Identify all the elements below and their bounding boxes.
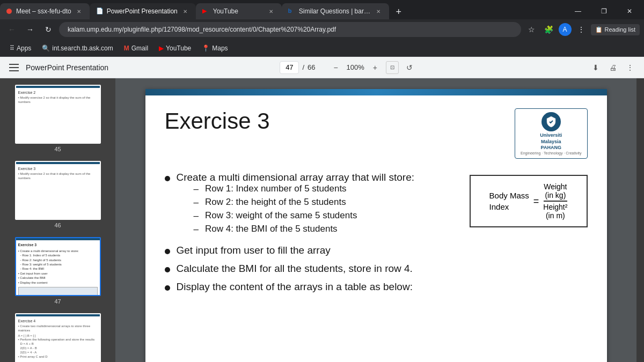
- sub-bullet-1-4-text: Row 4: the BMI of the 5 students: [205, 224, 338, 234]
- bmi-fraction: Weight (in kg) Height² (in m): [543, 182, 567, 220]
- browser-window: Meet – ssx-fefu-dto ✕ 📄 PowerPoint Prese…: [0, 0, 644, 362]
- bullet-3: Calculate the BMI for all the students, …: [165, 263, 588, 275]
- bookmarks-bar: ⠿ Apps 🔍 int.search.tb.ask.com M Gmail ▶…: [0, 40, 644, 57]
- thumbnail-47[interactable]: Exercise 3 • Create a multi dimensional …: [15, 237, 101, 305]
- bullet-2-text: Get input from user to fill the array: [177, 245, 331, 256]
- bmi-formula-box: Body Mass Index = Weight (in kg) He: [470, 175, 588, 227]
- download-button[interactable]: ⬇: [588, 60, 603, 75]
- tab-powerpoint[interactable]: 📄 PowerPoint Presentation ✕: [90, 3, 196, 19]
- tab-youtube-title: YouTube: [213, 8, 264, 15]
- bullet-1-text: Create a multi dimensional array array t…: [177, 172, 415, 183]
- new-tab-button[interactable]: +: [391, 4, 406, 19]
- tab-meet[interactable]: Meet – ssx-fefu-dto ✕: [0, 3, 90, 19]
- page-separator: /: [302, 63, 304, 71]
- youtube-icon: ▶: [159, 45, 164, 52]
- reading-list-button[interactable]: 📋 Reading list: [591, 24, 640, 35]
- thumb-num-47: 47: [54, 298, 61, 305]
- ump-logo-sub: Engineering · Technology · Creativity: [521, 151, 582, 155]
- tab-bar: Meet – ssx-fefu-dto ✕ 📄 PowerPoint Prese…: [0, 0, 644, 19]
- refresh-button[interactable]: ↻: [41, 22, 56, 37]
- tab-youtube[interactable]: ▶ YouTube ✕: [196, 3, 282, 19]
- settings-icon[interactable]: ⋮: [574, 22, 589, 37]
- pdf-page-controls: / 66: [280, 61, 315, 74]
- tab-bartleby-close[interactable]: ✕: [374, 7, 383, 16]
- bullet-3-text: Calculate the BMI for all the students, …: [177, 263, 413, 275]
- sub-bullet-1-1: – Row 1: Index number of 5 students: [194, 183, 415, 195]
- sub-bullet-1-4: – Row 4: the BMI of the 5 students: [194, 224, 415, 235]
- gmail-icon: M: [124, 45, 129, 52]
- bookmark-maps[interactable]: 📍 Maps: [197, 43, 232, 53]
- bmi-label-2: Index: [489, 202, 509, 211]
- bookmark-youtube-label: YouTube: [166, 45, 191, 52]
- bmi-equals: =: [533, 196, 539, 207]
- pdf-title: PowerPoint Presentation: [26, 63, 108, 72]
- print-button[interactable]: 🖨: [605, 60, 620, 75]
- meet-favicon: [6, 9, 12, 14]
- rotate-button[interactable]: ↺: [402, 60, 417, 75]
- bullet-4-text: Display the content of the arrays in a t…: [177, 281, 413, 293]
- zoom-out-button[interactable]: −: [328, 60, 343, 75]
- tab-bartleby-title: Similar Questions | bartleby: [299, 8, 371, 15]
- ump-logo-icon: [541, 112, 561, 131]
- bookmark-maps-label: Maps: [212, 45, 228, 52]
- page-number-input[interactable]: [280, 61, 299, 74]
- slide-header-bar: [145, 89, 607, 95]
- profile-icon[interactable]: A: [559, 23, 572, 36]
- pdf-content-area: Exercise 3 Universiti Malaysia: [115, 78, 636, 362]
- thumbnail-45[interactable]: Exercise 2 • Modify exercise 2 so that i…: [15, 85, 101, 152]
- forward-button[interactable]: →: [23, 22, 38, 37]
- total-pages: 66: [308, 63, 315, 71]
- tab-powerpoint-close[interactable]: ✕: [181, 7, 189, 16]
- sidebar-toggle-button[interactable]: [6, 60, 21, 75]
- bookmark-search-label: int.search.tb.ask.com: [52, 45, 113, 52]
- ump-logo-text: Universiti Malaysia PAHANG: [540, 132, 562, 151]
- sub-bullet-1-2: – Row 2: the height of the 5 students: [194, 197, 415, 208]
- back-button[interactable]: ←: [4, 22, 19, 37]
- bookmark-apps-label: Apps: [17, 45, 31, 52]
- hamburger-line-3: [9, 70, 19, 71]
- more-options-button[interactable]: ⋮: [623, 60, 638, 75]
- close-button[interactable]: ✕: [617, 3, 642, 19]
- pdf-right-controls: ⬇ 🖨 ⋮: [588, 60, 638, 75]
- bookmark-gmail-label: Gmail: [131, 45, 148, 52]
- bookmark-search[interactable]: 🔍 int.search.tb.ask.com: [38, 43, 117, 53]
- main-area: Exercise 2 • Modify exercise 2 so that i…: [0, 78, 644, 362]
- slide-title-row: Exercise 3 Universiti Malaysia: [165, 108, 588, 159]
- thumb-img-48: Exercise 4 • Create two multidimensional…: [15, 313, 101, 362]
- bmi-label-1: Body Mass: [489, 191, 529, 200]
- zoom-level: 100%: [346, 63, 364, 71]
- tab-meet-close[interactable]: ✕: [75, 7, 83, 16]
- bookmark-gmail[interactable]: M Gmail: [120, 43, 152, 53]
- tab-powerpoint-title: PowerPoint Presentation: [107, 8, 178, 15]
- sub-bullet-1-3: – Row 3: weight of the same 5 students: [194, 210, 415, 221]
- extension-icon[interactable]: 🧩: [541, 22, 557, 37]
- minimize-button[interactable]: —: [566, 3, 590, 19]
- thumbnail-46[interactable]: Exercise 3 • Modify exercise 2 so that i…: [15, 161, 101, 228]
- hamburger-line-1: [9, 64, 19, 65]
- bookmark-youtube[interactable]: ▶ YouTube: [155, 43, 195, 53]
- tab-bartleby[interactable]: b Similar Questions | bartleby ✕: [282, 3, 389, 19]
- bullet-dot-1: [165, 176, 170, 181]
- ump-shield-icon: [545, 115, 558, 128]
- bullet-1-content: Create a multi dimensional array array t…: [177, 172, 415, 238]
- tab-youtube-close[interactable]: ✕: [267, 7, 275, 16]
- zoom-in-button[interactable]: +: [368, 60, 383, 75]
- address-input[interactable]: [59, 22, 521, 37]
- bmi-formula-row: Body Mass Index = Weight (in kg) He: [479, 182, 578, 220]
- bookmark-apps[interactable]: ⠿ Apps: [5, 43, 35, 53]
- fit-page-button[interactable]: ⊡: [386, 61, 399, 74]
- sub-bullet-1-2-text: Row 2: the height of the 5 students: [205, 197, 346, 208]
- restore-button[interactable]: ❐: [591, 3, 616, 19]
- bullet-dot-3: [165, 267, 170, 272]
- star-icon[interactable]: ☆: [524, 22, 539, 37]
- thumb-num-46: 46: [54, 222, 61, 228]
- bullet-2: Get input from user to fill the array: [165, 245, 588, 256]
- tab-meet-title: Meet – ssx-fefu-dto: [16, 8, 71, 15]
- thumbnail-48[interactable]: Exercise 4 • Create two multidimensional…: [15, 313, 101, 362]
- pdf-zoom-controls: − 100% + ⊡ ↺: [328, 60, 416, 75]
- slide-inner: Exercise 3 Universiti Malaysia: [145, 95, 607, 312]
- thumb-img-45: Exercise 2 • Modify exercise 2 so that i…: [15, 85, 101, 144]
- slide: Exercise 3 Universiti Malaysia: [145, 89, 607, 362]
- address-bar: ← → ↻ ☆ 🧩 A ⋮ 📋 Reading list: [0, 19, 644, 40]
- bmi-numerator: Weight (in kg): [544, 182, 567, 202]
